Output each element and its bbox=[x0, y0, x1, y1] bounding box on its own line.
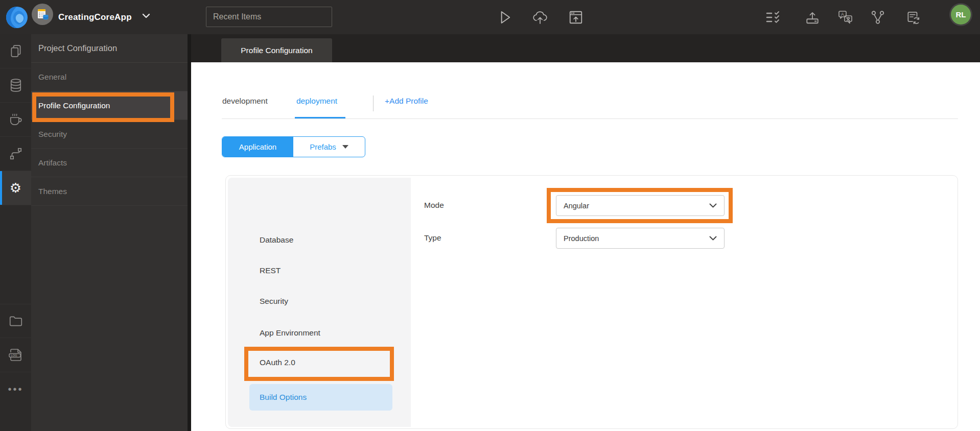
project-configuration-panel: Project Configuration General Profile Co… bbox=[31, 34, 188, 431]
sidebar-item-themes[interactable]: Themes bbox=[31, 177, 188, 206]
svg-text:A: A bbox=[841, 11, 844, 16]
recent-items-input[interactable] bbox=[206, 7, 332, 27]
folder-icon bbox=[8, 315, 24, 328]
tab-separator bbox=[373, 95, 374, 111]
checklist-icon[interactable] bbox=[762, 0, 784, 34]
application-toggle-button[interactable]: Application bbox=[222, 137, 293, 157]
rail-item-files[interactable] bbox=[0, 304, 31, 338]
config-nav-app-environment[interactable]: App Environment bbox=[249, 323, 392, 343]
database-icon bbox=[9, 78, 23, 93]
rail-spacer bbox=[0, 205, 31, 304]
config-nav-security[interactable]: Security bbox=[249, 291, 392, 312]
rail-item-database[interactable] bbox=[0, 68, 31, 103]
prefabs-caret-icon bbox=[342, 145, 348, 149]
chevron-down-icon bbox=[709, 236, 717, 241]
settings-gear-icon: ⚙ bbox=[10, 181, 21, 195]
sidebar-item-profile-configuration[interactable]: Profile Configuration bbox=[31, 91, 188, 120]
type-select[interactable]: Production bbox=[556, 228, 725, 249]
mode-select[interactable]: Angular bbox=[556, 195, 725, 216]
mode-value: Angular bbox=[564, 202, 709, 210]
config-nav-database[interactable]: Database bbox=[249, 230, 392, 250]
log-icon: LOG bbox=[8, 347, 24, 363]
type-value: Production bbox=[564, 234, 709, 243]
rail-item-apis[interactable] bbox=[0, 137, 31, 171]
config-nav-panel: Database REST Security App Environment O… bbox=[228, 178, 411, 427]
rail-item-more[interactable]: ••• bbox=[0, 372, 31, 406]
rail-item-java-services[interactable] bbox=[0, 103, 31, 137]
project-avatar[interactable] bbox=[32, 4, 53, 25]
profile-tab-deployment[interactable]: deployment bbox=[296, 97, 337, 106]
cloud-upload-icon[interactable] bbox=[529, 0, 551, 34]
rail-item-logs[interactable]: LOG bbox=[0, 338, 31, 372]
mode-label: Mode bbox=[424, 201, 444, 210]
panel-title: Project Configuration bbox=[31, 34, 188, 63]
workspace-tab-strip: Profile Configuration bbox=[191, 34, 980, 62]
version-control-icon[interactable] bbox=[867, 0, 889, 34]
apis-icon bbox=[9, 147, 23, 161]
config-nav-rest[interactable]: REST bbox=[249, 260, 392, 281]
prefabs-label: Prefabs bbox=[310, 142, 336, 151]
rail-item-settings[interactable]: ⚙ bbox=[0, 171, 31, 205]
build-options-card: Database REST Security App Environment O… bbox=[225, 175, 958, 429]
project-switcher-caret-icon[interactable] bbox=[142, 13, 150, 18]
panel-divider bbox=[188, 34, 191, 431]
type-label: Type bbox=[424, 233, 441, 243]
sidebar-item-security[interactable]: Security bbox=[31, 120, 188, 149]
config-nav-oauth[interactable]: OAuth 2.0 bbox=[249, 352, 392, 373]
pages-icon bbox=[9, 44, 22, 58]
tabs-rule bbox=[222, 118, 958, 119]
main-content: Profile Configuration development deploy… bbox=[191, 34, 980, 431]
user-avatar[interactable]: RL bbox=[951, 5, 971, 25]
run-play-icon[interactable] bbox=[494, 0, 516, 34]
export-drive-icon[interactable] bbox=[801, 0, 824, 34]
java-coffee-icon bbox=[8, 112, 24, 127]
open-tab-profile-configuration[interactable]: Profile Configuration bbox=[221, 38, 332, 62]
scope-toggle: Application Prefabs bbox=[222, 136, 365, 157]
app-window: CreatingCoreApp bbox=[0, 0, 980, 431]
add-profile-button[interactable]: +Add Profile bbox=[385, 97, 428, 106]
project-name[interactable]: CreatingCoreApp bbox=[58, 0, 132, 34]
more-dots-icon: ••• bbox=[8, 384, 23, 395]
top-bar: CreatingCoreApp bbox=[0, 0, 980, 34]
wavemaker-logo-icon[interactable] bbox=[4, 4, 29, 30]
sidebar-item-artifacts[interactable]: Artifacts bbox=[31, 149, 188, 177]
sidebar-item-general[interactable]: General bbox=[31, 63, 188, 91]
svg-text:LOG: LOG bbox=[11, 354, 17, 357]
publish-window-icon[interactable] bbox=[565, 0, 587, 34]
config-nav-build-options[interactable]: Build Options bbox=[249, 384, 392, 411]
translate-icon[interactable]: A bbox=[834, 0, 857, 34]
rail-item-pages[interactable] bbox=[0, 34, 31, 68]
chevron-down-icon bbox=[709, 203, 717, 208]
module-rail: ⚙ LOG ••• bbox=[0, 34, 31, 431]
profile-tab-development[interactable]: development bbox=[222, 97, 268, 106]
prefabs-toggle-button[interactable]: Prefabs bbox=[293, 137, 365, 157]
file-sync-icon[interactable] bbox=[902, 0, 924, 34]
